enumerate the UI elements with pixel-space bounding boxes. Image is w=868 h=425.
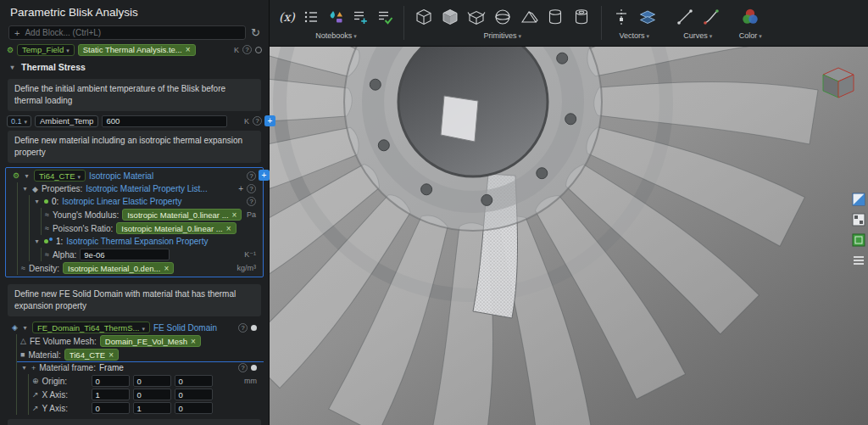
modified-indicator — [49, 238, 53, 241]
curve-icon[interactable] — [702, 8, 721, 26]
youngs-value-chip[interactable]: Isotropic Material_0.linear ... — [122, 209, 242, 221]
fe-volume-mesh-chip[interactable]: Domain_FE_Vol_Mesh — [100, 335, 201, 347]
display-toggle[interactable] — [251, 325, 257, 331]
section-thermal-stress[interactable]: Thermal Stress — [0, 56, 269, 75]
cylinder-icon[interactable] — [546, 8, 565, 26]
chevron-down-icon[interactable] — [21, 324, 29, 332]
fe-volume-mesh-label: FE Volume Mesh: — [30, 337, 97, 346]
add-notebook-icon[interactable] — [352, 8, 369, 25]
planes-icon[interactable] — [638, 8, 657, 26]
notebook-check-icon[interactable] — [376, 8, 393, 25]
chevron-down-icon[interactable] — [33, 198, 41, 205]
ti64-name-dropdown[interactable]: Ti64_CTE — [34, 170, 86, 182]
properties-type[interactable]: Isotropic Material Property List... — [86, 184, 207, 193]
sphere-icon[interactable] — [493, 8, 512, 26]
help-icon[interactable] — [238, 323, 248, 333]
frame-yaxis-row: ↗ Y Axis: 0 1 0 — [29, 401, 264, 415]
main-toolbar: (x) Notebooks — [270, 0, 868, 47]
insert-block-button[interactable] — [259, 170, 270, 181]
chip-close-icon[interactable] — [191, 337, 196, 346]
xaxis-x-input[interactable]: 1 — [92, 389, 130, 400]
help-icon[interactable] — [247, 171, 256, 181]
chevron-down-icon — [142, 323, 145, 333]
ambient-temp-input[interactable]: 600 — [102, 115, 227, 127]
chevron-down-icon[interactable] — [20, 364, 28, 372]
chevron-down-icon[interactable] — [21, 185, 29, 193]
help-icon[interactable] — [253, 116, 262, 126]
insert-block-button[interactable] — [264, 115, 275, 126]
blisk-model[interactable] — [270, 47, 868, 425]
property-type[interactable]: Isotropic Thermal Expansion Property — [66, 237, 208, 246]
fe-material-chip[interactable]: Ti64_CTE — [64, 349, 119, 361]
property-type[interactable]: Isotropic Linear Elastic Property — [62, 197, 181, 206]
orientation-cube[interactable] — [817, 64, 860, 101]
block-panel: Parametric Blisk Analysis Add Block... (… — [0, 0, 270, 425]
display-toggle[interactable] — [255, 47, 262, 53]
notebooks-menu[interactable]: Notebooks — [315, 31, 357, 40]
chevron-down-icon[interactable] — [8, 64, 16, 71]
parameter-icon: ≈ — [21, 264, 25, 272]
add-property-icon[interactable] — [238, 184, 243, 193]
line-icon[interactable] — [676, 8, 694, 26]
frame-value[interactable]: Frame — [99, 363, 124, 372]
selected-rim-segment[interactable] — [441, 96, 478, 142]
color-wheel-icon[interactable] — [741, 8, 760, 26]
solid-cube-icon[interactable] — [441, 8, 459, 26]
frame-icon: + — [31, 364, 36, 372]
origin-x-input[interactable]: 0 — [92, 375, 130, 387]
xaxis-y-input[interactable]: 0 — [133, 389, 171, 400]
display-toggle[interactable] — [251, 365, 257, 371]
section-cut-icon[interactable] — [852, 193, 865, 206]
yaxis-z-input[interactable]: 0 — [175, 402, 213, 414]
temp-field-value-chip[interactable]: Static Thermal Analysis.te... — [78, 44, 196, 56]
poissons-value-chip[interactable]: Isotropic Material_0.linear ... — [116, 222, 236, 234]
notebook-list-icon[interactable] — [303, 8, 320, 25]
material-block-icon: ⚙ — [13, 171, 19, 180]
help-icon[interactable] — [242, 45, 252, 54]
primitives-menu[interactable]: Primitives — [484, 31, 521, 40]
toolbar-group-color: Color — [730, 0, 771, 46]
properties-label: Properties: — [42, 184, 82, 193]
fe-domain-block-icon: ◈ — [12, 323, 18, 332]
notebook-palette-icon[interactable] — [327, 8, 344, 25]
viewport-3d[interactable] — [270, 47, 868, 425]
function-icon[interactable]: (x) — [279, 10, 295, 24]
chip-close-icon[interactable] — [164, 264, 169, 273]
cube-icon[interactable] — [415, 8, 433, 26]
chip-close-icon[interactable] — [186, 45, 191, 54]
vectors-menu[interactable]: Vectors — [620, 31, 649, 40]
field-block-icon: ⚙ — [7, 46, 14, 54]
yaxis-x-input[interactable]: 0 — [92, 402, 130, 414]
fe-name-dropdown[interactable]: FE_Domain_Ti64_ThermS... — [32, 322, 150, 333]
chip-close-icon[interactable] — [108, 350, 114, 360]
tube-icon[interactable] — [572, 8, 591, 26]
origin-z-input[interactable]: 0 — [175, 375, 213, 387]
add-block-input[interactable]: Add Block... (Ctrl+L) — [8, 25, 246, 40]
temp-field-name-dropdown[interactable]: Temp_Field — [17, 44, 75, 56]
density-value-chip[interactable]: Isotropic Material_0.den... — [63, 262, 174, 274]
chip-label: Isotropic Material_0.linear ... — [121, 224, 222, 233]
chevron-down-icon[interactable] — [33, 238, 41, 245]
help-icon[interactable] — [247, 184, 256, 193]
chevron-down-icon[interactable] — [23, 172, 31, 180]
ambient-temp-name[interactable]: Ambient_Temp — [35, 115, 98, 127]
scalar-type-dropdown[interactable]: 0.1 — [7, 115, 31, 127]
display-list-icon[interactable] — [852, 254, 865, 267]
alpha-row: ≈ Alpha: 9e-06 K⁻¹ — [42, 248, 263, 261]
appearance-icon[interactable] — [852, 213, 865, 226]
origin-y-input[interactable]: 0 — [133, 375, 171, 387]
wedge-icon[interactable] — [520, 8, 538, 26]
xaxis-z-input[interactable]: 0 — [175, 389, 213, 400]
refresh-icon[interactable] — [251, 27, 260, 38]
curves-menu[interactable]: Curves — [683, 31, 712, 40]
help-icon[interactable] — [247, 197, 256, 206]
help-icon[interactable] — [238, 363, 248, 372]
chip-close-icon[interactable] — [232, 210, 237, 220]
yaxis-y-input[interactable]: 1 — [133, 402, 171, 414]
point-axis-icon[interactable] — [612, 8, 631, 26]
chip-close-icon[interactable] — [226, 224, 231, 233]
open-box-icon[interactable] — [467, 8, 486, 26]
alpha-input[interactable]: 9e-06 — [80, 249, 170, 260]
color-menu[interactable]: Color — [739, 31, 762, 40]
material-display-icon[interactable] — [852, 233, 865, 247]
